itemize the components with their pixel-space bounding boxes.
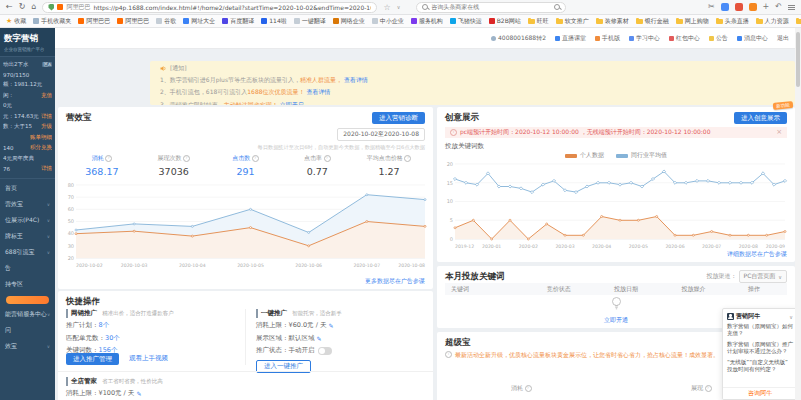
undo-icon[interactable]: ↶	[775, 3, 782, 11]
chat-header[interactable]: 营销阿牛 ∨	[723, 309, 797, 323]
notice-text: 数字营销引进6月plus节等生态板块的流量引入，	[170, 76, 300, 85]
bookmark-item[interactable]: 软文推广	[556, 17, 589, 26]
sidebar-item[interactable]: 持专区	[0, 277, 55, 293]
legend-item[interactable]: 个人数据	[565, 151, 604, 160]
marketing-diagnosis-button[interactable]: 进入营销诊断	[372, 112, 425, 124]
topbar-link[interactable]: 消息中心	[737, 34, 768, 43]
sidebar-item-label: 688引流宝	[5, 248, 34, 257]
legend-item[interactable]: 同行业平均值	[616, 151, 667, 160]
topbar-link[interactable]: 公告	[709, 34, 728, 43]
sidebar-item[interactable]: 效宝∨	[0, 339, 55, 355]
notice-link[interactable]: 立即开启	[280, 101, 304, 105]
sidebar-promo-button[interactable]	[6, 296, 49, 304]
home-icon[interactable]: ⌂	[31, 3, 36, 11]
channel-select[interactable]: PC自营页面 ∨	[739, 270, 787, 283]
sidebar-item[interactable]: 告	[0, 261, 55, 277]
edit-pencil-icon[interactable]: ✎	[136, 390, 141, 397]
topbar-link[interactable]: 红包中心	[669, 34, 700, 43]
metric[interactable]: 平均点击价格?1.27	[353, 154, 425, 177]
chevron-down-icon[interactable]: ∨	[789, 314, 793, 320]
notice-item: 1、数字营销引进6月plus节等生态板块的流量引入，精准人群流量，查看详情	[160, 76, 785, 85]
sidebar-item[interactable]: 问	[0, 323, 55, 339]
date-range-picker[interactable]: 2020-10-02至2020-10-08	[337, 128, 425, 141]
scrollbar-thumb[interactable]	[796, 32, 800, 87]
bookmark-item[interactable]: 手机收藏夹	[33, 17, 71, 26]
bookmark-item[interactable]: 经济百科	[796, 17, 801, 26]
bookmark-item[interactable]: 百度翻译	[222, 17, 254, 26]
bookmark-item[interactable]: 阿里巴巴	[78, 17, 110, 26]
sidebar-item[interactable]: 首页	[0, 181, 55, 197]
metric[interactable]: 消耗?368.17	[66, 154, 138, 177]
edit-pencil-icon[interactable]: ✎	[317, 335, 322, 342]
folder-icon	[676, 19, 683, 24]
notice-link[interactable]: 查看详情	[307, 88, 331, 97]
enter-promotion-management-button[interactable]: 进入推广管理	[66, 353, 119, 365]
close-icon[interactable]: ×	[776, 129, 782, 136]
sidebar-item[interactable]: 牌标王∨	[0, 229, 55, 245]
sidebar-item[interactable]: 688引流宝∨	[0, 245, 55, 261]
account-action-link[interactable]: 积分兑换	[30, 144, 52, 151]
shield-extension-icon[interactable]	[735, 3, 743, 11]
enter-creative-display-button[interactable]: 进入创意展示	[734, 112, 787, 124]
bookmark-item[interactable]: 装修素材	[596, 17, 629, 26]
account-action-link[interactable]: 详情	[41, 165, 52, 172]
faq-item[interactable]: 数字营销（原网销宝）推广计划审核不通过怎么办？	[727, 341, 793, 356]
bookmark-item[interactable]: 网上购物	[676, 17, 709, 26]
bookmark-item[interactable]: 一键翻译	[294, 17, 326, 26]
bookmark-item[interactable]: 网址大全	[183, 17, 215, 26]
url-bar[interactable]: 阿里巴巴 https://p4p.1688.com/index.html#!/h…	[42, 2, 377, 13]
account-action-link[interactable]: 账单明细	[30, 134, 52, 141]
bookmark-item[interactable]: 网络企业	[333, 17, 365, 26]
more-data-link[interactable]: 更多数据尽在广告参谋	[365, 277, 425, 286]
account-action-link[interactable]: 充值	[41, 92, 52, 99]
menu-icon[interactable]	[788, 5, 795, 10]
faq-item[interactable]: 数字营销（原网销宝）如何充值？	[727, 323, 793, 338]
toggle-switch[interactable]	[318, 347, 332, 355]
edit-pencil-icon[interactable]: ✎	[328, 322, 333, 329]
topbar-link[interactable]: 直播课堂	[555, 34, 586, 43]
translate-extension-icon[interactable]	[721, 3, 729, 11]
bookmark-item[interactable]: 阿里巴巴	[117, 17, 149, 26]
sidebar-item[interactable]: 能营销服务中心∨	[0, 307, 55, 323]
bookmark-item[interactable]: 头条直播	[716, 17, 749, 26]
faq-item[interactable]: “无线版”“自定义无线版”投放时间有何约定？	[727, 359, 793, 374]
bookmark-item[interactable]: 中小企业	[372, 17, 404, 26]
topbar-link[interactable]: 学习中心	[629, 34, 660, 43]
topbar-link[interactable]: 退出	[777, 34, 789, 43]
sidebar-item[interactable]: 位展示(P4C)∨	[0, 213, 55, 229]
chevron-down-icon[interactable]: ∨	[397, 4, 401, 10]
more-data-link[interactable]: 详细数据尽在广告参谋	[727, 250, 787, 259]
account-action-link[interactable]: 详情	[41, 113, 52, 120]
bookmark-item[interactable]: 谷歌	[156, 17, 176, 26]
back-icon[interactable]: ←	[6, 3, 13, 11]
scissors-icon[interactable]: ✂	[708, 3, 715, 11]
svg-text:2020-09: 2020-09	[766, 244, 785, 249]
refresh-icon[interactable]: ↻	[19, 3, 26, 11]
metric[interactable]: 展现次数?37036	[138, 154, 210, 177]
channel-filter: 投放渠道： PC自营页面 ∨	[707, 270, 787, 283]
notice-link[interactable]: 查看详情	[344, 76, 368, 85]
search-icon[interactable]	[554, 4, 560, 10]
bookmark-star-icon[interactable]: ☆	[383, 3, 390, 12]
metric[interactable]: 点击数?291	[210, 154, 282, 177]
bookmark-item[interactable]: 银行金融	[636, 17, 669, 26]
bookmark-item[interactable]: 人力资源	[756, 17, 789, 26]
bookmark-item[interactable]: 服务机构	[411, 17, 443, 26]
scrollbar[interactable]	[795, 28, 801, 400]
setting-value: 默认区域	[289, 334, 315, 343]
consult-button[interactable]: 咨询阿牛	[723, 387, 797, 399]
topbar-link[interactable]: 手机版	[595, 34, 620, 43]
site-favicon-icon	[450, 18, 456, 24]
sidebar-item[interactable]: 营效宝∨	[0, 197, 55, 213]
bookmark-item[interactable]: B2B网站	[489, 17, 521, 26]
bookmark-item[interactable]: 114啦	[261, 17, 286, 26]
plus-icon[interactable]: +	[763, 3, 770, 11]
bookmarks-lead[interactable]: ★ 收藏	[6, 17, 26, 26]
bookmark-item[interactable]: 旺旺	[528, 17, 549, 26]
watch-video-link[interactable]: 观看上手视频	[129, 354, 168, 363]
bookmark-item[interactable]: 飞猪快运	[450, 17, 482, 26]
metric[interactable]: 点击率?0.77	[281, 154, 353, 177]
fox-extension-icon[interactable]	[749, 3, 757, 11]
account-action-link[interactable]: 升级	[41, 123, 52, 130]
browser-search[interactable]: 咨询头条商家在线	[416, 2, 566, 13]
